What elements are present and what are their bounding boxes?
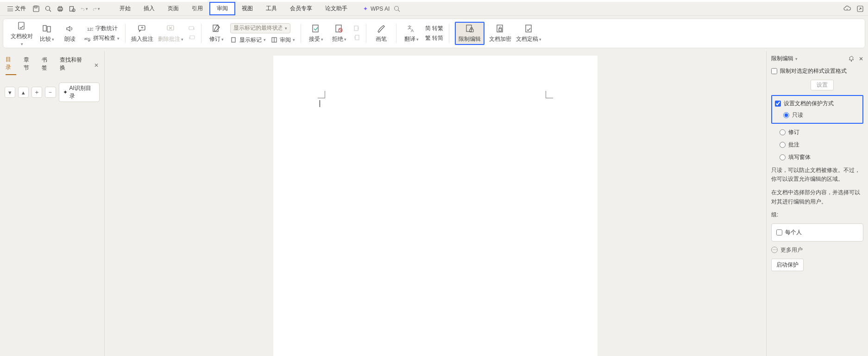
compare-button[interactable]: 比较▾	[38, 24, 56, 43]
restrict-format-label: 限制对选定的样式设置格式	[780, 67, 847, 75]
simp-to-trad-button[interactable]: 简 转繁	[425, 25, 443, 32]
document-canvas[interactable]	[105, 51, 766, 356]
protect-mode-label: 设置文档的保护方式	[784, 100, 834, 108]
tab-member[interactable]: 会员专享	[283, 2, 319, 15]
more-users-link[interactable]: ⋯ 更多用户	[771, 246, 863, 254]
insert-comment-button[interactable]: +插入批注	[131, 24, 153, 43]
cloud-icon[interactable]	[843, 5, 851, 13]
next-comment-icon[interactable]	[188, 34, 195, 42]
svg-point-11	[847, 9, 848, 10]
nav-tab-bookmark[interactable]: 书签	[42, 56, 52, 75]
trad-to-simp-button[interactable]: 繁 转简	[425, 34, 443, 42]
svg-text:abc: abc	[84, 37, 90, 41]
markup-display-dropdown[interactable]: 显示标记的最终状态▾	[230, 23, 290, 33]
svg-text:A: A	[411, 28, 414, 33]
accept-button[interactable]: 接受▾	[307, 24, 325, 43]
translate-button[interactable]: 文A翻译▾	[402, 24, 421, 43]
tab-page[interactable]: 页面	[161, 2, 185, 15]
review-pane-button[interactable]: 审阅▾	[270, 36, 295, 44]
svg-rect-1	[35, 6, 37, 8]
nav-tab-chapter[interactable]: 章节	[24, 56, 34, 75]
nav-tab-find[interactable]: 查找和替换	[60, 56, 87, 75]
accept-icon	[311, 24, 321, 34]
spell-check-button[interactable]: abc拼写检查▾	[84, 34, 120, 42]
preview-icon[interactable]	[69, 5, 76, 13]
redo-icon[interactable]: ▾	[93, 5, 100, 13]
option-revise[interactable]: 修订	[780, 128, 863, 136]
tab-reference[interactable]: 引用	[185, 2, 209, 15]
svg-rect-0	[33, 6, 39, 12]
wps-ai-button[interactable]: ✦ WPS AI	[363, 6, 390, 12]
svg-rect-26	[232, 38, 235, 42]
tab-insert[interactable]: 插入	[137, 2, 161, 15]
nav-close-icon[interactable]: ✕	[94, 62, 99, 69]
restrict-format-checkbox[interactable]	[771, 68, 777, 74]
review-pane-icon	[270, 36, 278, 44]
comment-add-icon: +	[137, 24, 147, 34]
tab-thesis[interactable]: 论文助手	[319, 2, 354, 15]
tab-view[interactable]: 视图	[235, 2, 259, 15]
delete-comment-button[interactable]: 删除批注▾	[158, 24, 183, 43]
option-comment[interactable]: 批注	[780, 141, 863, 149]
undo-icon[interactable]: ▾	[81, 5, 88, 13]
nav-tab-toc[interactable]: 目录	[6, 56, 16, 75]
word-count-button[interactable]: 123字数统计	[84, 25, 120, 32]
close-panel-icon[interactable]: ✕	[859, 56, 863, 62]
restrict-edit-button[interactable]: 限制编辑	[455, 22, 484, 45]
add-button[interactable]: ＋	[31, 87, 42, 98]
restrict-editing-panel: 限制编辑 ▾ ✕ 限制对选定的样式设置格式 设置 设置文档的保护方式 只读 修订…	[766, 51, 868, 356]
hamburger-icon	[7, 6, 13, 11]
search-icon[interactable]	[393, 5, 401, 13]
text-cursor	[320, 100, 320, 107]
protect-mode-checkbox[interactable]	[775, 101, 781, 107]
svg-rect-23	[189, 26, 194, 30]
format-settings-button[interactable]: 设置	[811, 80, 834, 90]
save-icon[interactable]	[32, 5, 40, 13]
tab-start[interactable]: 开始	[113, 2, 137, 15]
collapse-up-button[interactable]: ▴	[18, 87, 29, 98]
share-icon[interactable]	[856, 5, 864, 13]
pin-icon[interactable]	[849, 56, 855, 62]
svg-rect-25	[213, 25, 218, 32]
read-aloud-button[interactable]: 朗读	[61, 24, 79, 43]
show-markup-button[interactable]: 显示标记▾	[230, 36, 266, 44]
option-forms[interactable]: 填写窗体	[780, 153, 863, 161]
prev-comment-icon[interactable]	[188, 25, 195, 32]
ai-spark-icon: ✦	[363, 6, 368, 12]
option-readonly[interactable]: 只读	[783, 111, 860, 119]
next-change-icon[interactable]	[353, 34, 360, 42]
finalize-button[interactable]: 文档定稿▾	[516, 24, 541, 43]
show-markup-icon	[230, 36, 238, 44]
expand-down-button[interactable]: ▾	[5, 87, 15, 98]
print-icon[interactable]	[57, 5, 64, 13]
ai-label: WPS AI	[371, 6, 390, 12]
wordcount-icon: 123	[86, 25, 94, 32]
svg-rect-33	[354, 26, 358, 31]
encrypt-button[interactable]: 文档加密	[489, 24, 511, 43]
start-protection-button[interactable]: 启动保护	[771, 259, 804, 271]
everyone-checkbox-row[interactable]: 每个人	[776, 229, 858, 236]
prev-change-icon[interactable]	[353, 25, 360, 32]
doc-proof-icon	[17, 21, 27, 31]
spellcheck-icon: abc	[84, 35, 91, 42]
panel-title-dropdown[interactable]: ▾	[795, 57, 798, 61]
tab-review[interactable]: 审阅	[209, 2, 235, 15]
doc-proof-button[interactable]: 文档校对▾	[11, 21, 33, 46]
svg-rect-29	[313, 25, 318, 32]
comment-delete-icon	[166, 24, 176, 34]
pen-button[interactable]: 画笔	[372, 24, 390, 43]
svg-rect-15	[47, 26, 50, 32]
ellipsis-icon: ⋯	[771, 247, 778, 253]
svg-rect-5	[59, 6, 62, 8]
file-menu[interactable]: 文件	[4, 3, 30, 14]
print-preview-icon[interactable]	[44, 5, 52, 13]
ai-icon: ✦	[63, 89, 68, 95]
reject-button[interactable]: 拒绝▾	[330, 24, 348, 43]
ai-toc-button[interactable]: ✦AI识别目录	[59, 83, 100, 102]
document-page	[273, 56, 598, 356]
navigation-panel: 目录 章节 书签 查找和替换 ✕ ▾ ▴ ＋ － ✦AI识别目录	[0, 51, 105, 356]
track-changes-button[interactable]: 修订▾	[207, 24, 226, 43]
tab-tools[interactable]: 工具	[259, 2, 283, 15]
svg-rect-14	[43, 25, 46, 31]
remove-button[interactable]: －	[45, 87, 56, 98]
